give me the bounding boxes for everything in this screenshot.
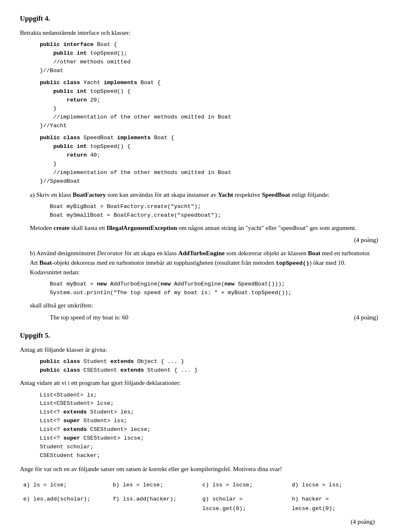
answers-table: a) ls = lcse; b) les = lecse; c) lss = l… — [20, 478, 378, 528]
answer-a: a) ls = lcse; — [20, 478, 109, 491]
answer-c-text: c) lss = lscse; — [202, 482, 253, 488]
answer-g: g) scholar = lscse.get(0); — [199, 492, 289, 515]
answer-d: d) lscse = lss; — [289, 478, 378, 491]
decorator-pattern: Decorator — [97, 250, 123, 256]
task4a-exception-text: Metoden create skall kasta ett IllegalAr… — [30, 223, 378, 233]
create-method: create — [53, 225, 70, 231]
answer-b: b) les = lecse; — [109, 478, 199, 491]
task4b-label: b) — [30, 250, 36, 256]
task4-title: Uppgift 4. — [20, 13, 378, 24]
answer-h: h) hacker = lecse.get(0); — [289, 492, 378, 515]
task5-title: Uppgift 5. — [20, 330, 378, 341]
answer-f-text: f) lss.add(hacker); — [113, 496, 177, 502]
task5-text1: Antag vidare att vi i ett program har gj… — [20, 378, 378, 388]
code-declarations: List<Student> ls; List<CSEStudent> lcse;… — [40, 391, 378, 460]
task4b-output-intro: skall alltså ger utskriften: — [30, 301, 378, 310]
task4a-yacht: Yacht — [218, 191, 233, 198]
task4b-addturbo: AddTurboEngine — [178, 250, 225, 256]
task4b-text: b) Använd designmönstret Decorator för a… — [30, 249, 378, 277]
task4a-points-row: (4 poäng) — [30, 235, 378, 245]
task4a-boatfactory: BoatFactory — [73, 191, 106, 198]
task5-intro: Antag att följande klasser är givna: — [20, 345, 378, 355]
task4a: a) Skriv en klass BoatFactory som kan an… — [30, 190, 378, 244]
exception-name: IllegalArgumentException — [107, 225, 177, 231]
answer-g-text: g) scholar = lscse.get(0); — [202, 496, 246, 512]
answer-f: f) lss.add(hacker); — [109, 492, 199, 515]
task5-section: Uppgift 5. Antag att följande klasser är… — [20, 330, 378, 528]
task4b-output-block: The top speed of my boat is: 60 (4 poäng… — [50, 313, 378, 322]
task4a-label: a) — [30, 191, 36, 198]
task4b-output: The top speed of my boat is: 60 — [50, 314, 129, 321]
answers-row3-points: (4 poäng) — [20, 515, 378, 529]
task4b-boat2: Boat — [39, 259, 52, 266]
answer-h-text: h) hacker = lecse.get(0); — [292, 496, 335, 512]
answer-e-text: e) les.add(scholar); — [23, 496, 90, 502]
answer-e: e) les.add(scholar); — [20, 492, 109, 515]
task4b-boat: Boat — [308, 250, 320, 256]
answer-c: c) lss = lscse; — [199, 478, 289, 491]
code-student-classes: public class Student extends Object { ..… — [40, 358, 378, 375]
task4a-points: (4 poäng) — [354, 235, 378, 245]
task4b-topspeed: topSpeed() — [276, 260, 309, 266]
task5-points: (4 poäng) — [351, 518, 375, 525]
code-interface: public interface Boat { public int topSp… — [40, 41, 378, 75]
task4b-points: (4 poäng) — [354, 313, 378, 322]
code-factory: Boat myBigBoat = BoatFactory.create("yac… — [50, 203, 378, 220]
task4a-text: a) Skriv en klass BoatFactory som kan an… — [30, 190, 378, 200]
task4-intro: Betrakta nedanstående interface och klas… — [20, 28, 378, 38]
task4b: b) Använd designmönstret Decorator för a… — [30, 249, 378, 324]
task4-section: Uppgift 4. Betrakta nedanstående interfa… — [20, 13, 378, 324]
answers-row2: e) les.add(scholar); f) lss.add(hacker);… — [20, 492, 378, 515]
task5-text2: Ange för var och en av följande satser o… — [20, 464, 378, 474]
code-speedboat: public class SpeedBoat implements Boat {… — [40, 134, 378, 186]
code-yacht: public class Yacht implements Boat { pub… — [40, 79, 378, 131]
answers-row1: a) ls = lcse; b) les = lecse; c) lss = l… — [20, 478, 378, 491]
answer-d-text: d) lscse = lss; — [292, 482, 342, 488]
task4a-speedboat: SpeedBoat — [262, 191, 290, 198]
code-decorator: Boat myBoat = new AddTurboEngine(new Add… — [50, 280, 378, 297]
task5-points-cell: (4 poäng) — [20, 515, 378, 529]
answer-b-text: b) les = lecse; — [113, 482, 163, 488]
answer-a-text: a) ls = lcse; — [23, 482, 67, 488]
